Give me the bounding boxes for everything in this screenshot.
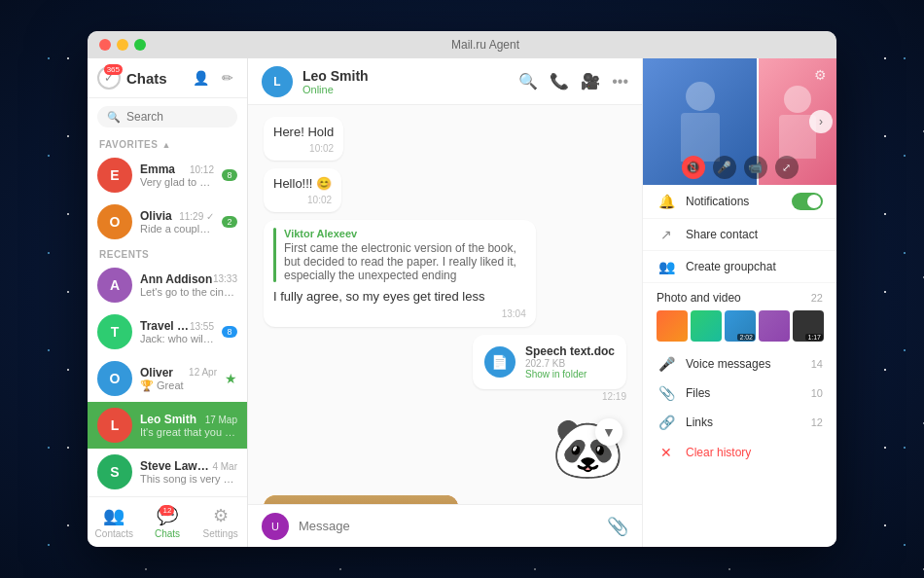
- media-thumb[interactable]: [657, 310, 688, 342]
- user-avatar: U: [262, 513, 289, 540]
- bell-icon: 🔔: [657, 194, 676, 209]
- notifications-toggle[interactable]: [792, 193, 823, 210]
- chats-nav-badge: 12: [160, 505, 174, 516]
- list-item[interactable]: S Steve Lawrence 4 Mar This song is very…: [88, 449, 247, 495]
- minimize-button[interactable]: [117, 39, 128, 51]
- phone-icon[interactable]: 📞: [550, 72, 569, 90]
- panel-item-create-groupchat[interactable]: 👥 Create groupchat: [643, 251, 836, 283]
- message-time: 13:04: [273, 308, 526, 319]
- nav-item-chats[interactable]: 💬 Chats 12: [141, 501, 195, 543]
- chat-name: Oliver: [140, 366, 173, 379]
- add-contact-icon[interactable]: 👤: [191, 68, 210, 88]
- search-box: 🔍: [97, 106, 237, 127]
- panel-item-clear-history[interactable]: ✕ Clear history: [643, 437, 836, 468]
- panel-item-notifications[interactable]: 🔔 Notifications: [643, 185, 836, 219]
- media-section: Photo and video 22 2:02 1:17: [643, 283, 836, 349]
- message-row: Here! Hold 10:02: [264, 117, 626, 161]
- panel-next-button[interactable]: ›: [809, 110, 833, 133]
- list-item[interactable]: E Emma 10:12 Very glad to see you 8: [88, 152, 247, 199]
- settings-icon: ⚙: [213, 505, 229, 526]
- message-text: Hello!!! 😊: [273, 175, 332, 193]
- nav-label-contacts: Contacts: [95, 528, 133, 539]
- chat-time: 11:29 ✓: [179, 211, 214, 222]
- message-row: 🐱: [264, 495, 626, 504]
- file-name: Speech text.doc: [525, 344, 615, 358]
- panel-item-links[interactable]: 🔗 Links 12: [643, 408, 836, 437]
- unread-badge: 8: [222, 326, 237, 338]
- panel-item-share-contact[interactable]: ↗ Share contact: [643, 219, 836, 251]
- group-icon: 👥: [657, 259, 676, 274]
- avatar: O: [97, 361, 132, 396]
- message-row: 🐼: [264, 410, 626, 488]
- show-in-folder-link[interactable]: Show in folder: [525, 369, 615, 379]
- chat-name: Emma: [140, 163, 175, 176]
- avatar: S: [97, 454, 132, 489]
- maximize-button[interactable]: [134, 39, 146, 51]
- search-input[interactable]: [126, 110, 228, 124]
- panel-gear-icon[interactable]: ⚙: [809, 64, 831, 86]
- list-item[interactable]: L Leo Smith 17 Map It's great that you d…: [88, 402, 247, 449]
- sidebar-header: ✓ 365 Chats 👤 ✏: [88, 58, 247, 98]
- avatar: O: [97, 204, 132, 239]
- video-call-button[interactable]: 📹: [744, 156, 767, 179]
- media-thumb[interactable]: [759, 310, 790, 342]
- list-item[interactable]: P Philip BD 4 Mar Andy: Incredibly!: [88, 495, 247, 496]
- quote-bar: [273, 228, 276, 282]
- avatar: L: [97, 408, 132, 443]
- chat-time: 13:33: [213, 273, 237, 284]
- clear-icon: ✕: [657, 445, 676, 460]
- nav-item-settings[interactable]: ⚙ Settings: [194, 501, 247, 543]
- list-item[interactable]: O Oliver 12 Apr 🏆 Great ★: [88, 355, 247, 402]
- nav-item-contacts[interactable]: 👥 Contacts: [88, 501, 141, 543]
- contacts-icon: 👥: [103, 505, 124, 526]
- more-options-icon[interactable]: •••: [612, 73, 628, 90]
- message-row: 📄 Speech text.doc 202.7 KB Show in folde…: [264, 335, 626, 402]
- chat-info: Ann Addison 13:33 Let's go to the cinema…: [140, 272, 237, 299]
- notifications-label: Notifications: [686, 195, 782, 208]
- nav-label-settings: Settings: [203, 528, 238, 539]
- message-time: 10:02: [273, 195, 332, 205]
- chat-time: 10:12: [190, 164, 214, 175]
- voice-messages-count: 14: [811, 358, 823, 370]
- link-icon: 🔗: [657, 415, 676, 430]
- media-thumb[interactable]: 1:17: [793, 310, 824, 342]
- links-count: 12: [811, 416, 823, 428]
- panel-body: 🔔 Notifications ↗ Share contact 👥 Create…: [643, 185, 836, 547]
- message-row: Viktor Alexeev First came the electronic…: [264, 220, 626, 326]
- media-thumbnails: 2:02 1:17: [657, 310, 823, 342]
- chat-header-status: Online: [302, 84, 509, 95]
- chat-header: L Leo Smith Online 🔍 📞 🎥 •••: [248, 58, 642, 105]
- search-chat-icon[interactable]: 🔍: [518, 72, 538, 90]
- list-item[interactable]: A Ann Addison 13:33 Let's go to the cine…: [88, 262, 247, 308]
- unread-badge: 8: [222, 169, 237, 181]
- messages-area: Here! Hold 10:02 Hello!!! 😊 10:02: [248, 105, 642, 504]
- message-text: Here! Hold: [273, 124, 334, 141]
- right-panel: 📵 🎤 📹 ⤢ › ⚙ 🔔 Notifications: [642, 58, 836, 547]
- list-item[interactable]: T Travel 🌴 13:55 Jack: who will share th…: [88, 308, 247, 355]
- panel-item-files[interactable]: 📎 Files 10: [643, 379, 836, 408]
- chat-time: 12 Apr: [189, 367, 217, 378]
- end-call-button[interactable]: 📵: [682, 156, 705, 179]
- media-thumb[interactable]: 2:02: [725, 310, 756, 342]
- chat-time: 17 Map: [205, 415, 237, 425]
- voice-messages-label: Voice messages: [686, 357, 801, 371]
- list-item[interactable]: O Olivia 11:29 ✓ Ride a couple of hours …: [88, 199, 247, 245]
- message-time: 10:02: [273, 143, 334, 154]
- panel-item-voice-messages[interactable]: 🎤 Voice messages 14: [643, 349, 836, 379]
- fullscreen-button[interactable]: ⤢: [775, 156, 799, 179]
- chat-info: Travel 🌴 13:55 Jack: who will share the …: [140, 319, 214, 344]
- sidebar-action-icons: 👤 ✏: [191, 68, 237, 88]
- compose-icon[interactable]: ✏: [218, 68, 237, 88]
- chat-name: Leo Smith: [140, 413, 196, 426]
- check-icon[interactable]: ✓ 365: [97, 66, 121, 90]
- attachment-icon[interactable]: 📎: [607, 516, 628, 537]
- video-icon[interactable]: 🎥: [581, 72, 600, 90]
- microphone-icon: 🎤: [657, 356, 676, 372]
- close-button[interactable]: [99, 39, 111, 51]
- media-thumb[interactable]: [691, 310, 722, 342]
- message-input[interactable]: [299, 519, 597, 533]
- scroll-down-button[interactable]: ▼: [595, 418, 622, 446]
- chat-name: Ann Addison: [140, 272, 212, 286]
- window-controls: [99, 39, 146, 51]
- mic-button[interactable]: 🎤: [713, 156, 736, 179]
